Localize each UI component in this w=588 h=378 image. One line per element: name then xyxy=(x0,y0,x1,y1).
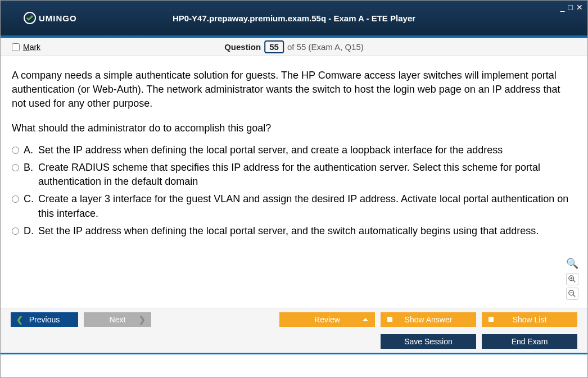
option-b-radio[interactable] xyxy=(12,164,19,171)
option-b-letter: B. xyxy=(24,161,36,189)
next-button[interactable]: Next ❯ xyxy=(84,312,151,327)
show-answer-button[interactable]: Show Answer xyxy=(381,312,476,327)
question-content: A company needs a simple authenticate so… xyxy=(1,56,587,308)
zoom-controls: 🔍 xyxy=(566,257,578,300)
bottom-accent-bar xyxy=(1,353,587,354)
option-c-text: Create a layer 3 interface for the guest… xyxy=(38,192,576,220)
option-b-text: Create RADIUS scheme that specifies this… xyxy=(38,161,576,189)
answer-options: A.Set the IP address when defining the l… xyxy=(12,143,576,238)
search-icon[interactable]: 🔍 xyxy=(566,257,578,271)
question-body: A company needs a simple authenticate so… xyxy=(12,69,576,111)
maximize-button[interactable]: □ xyxy=(568,3,573,12)
window-title: HP0-Y47.prepaway.premium.exam.55q - Exam… xyxy=(173,13,415,23)
mark-checkbox[interactable] xyxy=(12,43,20,51)
brand-text: UMINGO xyxy=(39,13,77,23)
mark-label: Mark xyxy=(23,43,40,52)
option-d-text: Set the IP address when defining the loc… xyxy=(38,224,539,238)
stop-icon xyxy=(387,317,392,322)
option-a[interactable]: A.Set the IP address when defining the l… xyxy=(12,143,576,157)
option-a-text: Set the IP address when defining the loc… xyxy=(38,143,503,157)
zoom-in-button[interactable] xyxy=(566,273,578,285)
chevron-left-icon: ❮ xyxy=(16,315,23,324)
previous-button[interactable]: ❮ Previous xyxy=(11,312,78,327)
question-counter: Question 55 of 55 (Exam A, Q15) xyxy=(224,40,364,53)
next-label: Next xyxy=(110,315,126,324)
previous-label: Previous xyxy=(29,315,60,324)
stop-icon xyxy=(489,317,494,322)
save-session-button[interactable]: Save Session xyxy=(381,334,476,349)
show-answer-label: Show Answer xyxy=(405,315,453,324)
show-list-label: Show List xyxy=(513,315,547,324)
triangle-up-icon xyxy=(363,318,368,321)
review-label: Review xyxy=(314,315,340,324)
review-button[interactable]: Review xyxy=(279,312,375,327)
question-number-box[interactable]: 55 xyxy=(264,40,284,53)
titlebar: _ □ ✕ UMINGO HP0-Y47.prepaway.premium.ex… xyxy=(1,1,587,37)
zoom-out-button[interactable] xyxy=(566,288,578,300)
option-b[interactable]: B.Create RADIUS scheme that specifies th… xyxy=(12,161,576,189)
option-d-letter: D. xyxy=(24,224,36,238)
question-toolbar: Mark Question 55 of 55 (Exam A, Q15) xyxy=(1,38,587,56)
svg-line-6 xyxy=(573,295,576,297)
option-a-letter: A. xyxy=(24,143,36,157)
end-exam-button[interactable]: End Exam xyxy=(482,334,577,349)
question-prompt: What should the administrator do to acco… xyxy=(12,121,576,135)
mark-checkbox-group[interactable]: Mark xyxy=(12,43,40,52)
show-list-button[interactable]: Show List xyxy=(482,312,577,327)
logo-check-icon xyxy=(23,11,37,25)
minimize-button[interactable]: _ xyxy=(560,3,565,12)
question-label: Question xyxy=(224,42,261,52)
close-button[interactable]: ✕ xyxy=(576,3,583,12)
svg-line-2 xyxy=(573,280,576,283)
app-logo: UMINGO xyxy=(23,11,77,25)
option-d[interactable]: D.Set the IP address when defining the l… xyxy=(12,224,576,238)
window-controls: _ □ ✕ xyxy=(560,3,583,12)
option-c-letter: C. xyxy=(24,192,36,220)
session-button-row: Save Session End Exam xyxy=(1,330,587,353)
option-c[interactable]: C.Create a layer 3 interface for the gue… xyxy=(12,192,576,220)
option-c-radio[interactable] xyxy=(12,195,19,203)
chevron-right-icon: ❯ xyxy=(139,315,146,324)
nav-button-row: ❮ Previous Next ❯ Review Show Answer Sho… xyxy=(1,308,587,330)
option-d-radio[interactable] xyxy=(12,227,19,235)
question-total: of 55 (Exam A, Q15) xyxy=(287,42,364,52)
option-a-radio[interactable] xyxy=(12,147,19,154)
